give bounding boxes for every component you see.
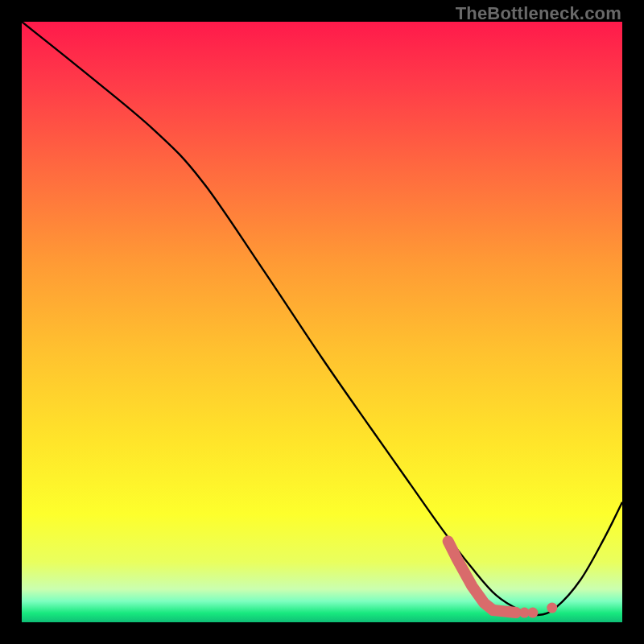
highlight-segment <box>493 610 516 613</box>
chart-frame <box>22 22 622 622</box>
highlight-point <box>527 608 538 618</box>
gradient-background <box>22 22 622 622</box>
chart-svg <box>22 22 622 622</box>
highlight-point <box>547 603 557 613</box>
